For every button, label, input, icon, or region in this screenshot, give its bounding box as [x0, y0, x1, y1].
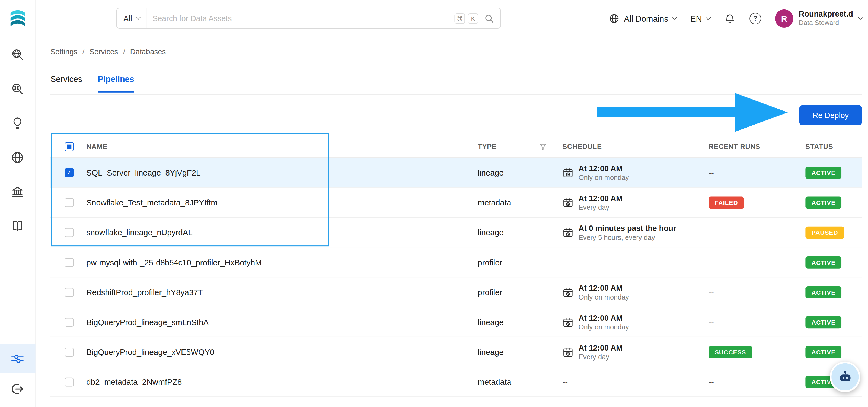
table-row[interactable]: Snowflake_Test_metadata_8JPYIftm metadat… — [51, 188, 862, 218]
avatar[interactable]: R — [775, 9, 793, 27]
app-window: All ⌘ K All Domains EN — [0, 0, 868, 407]
status-cell: PAUSED — [797, 226, 862, 239]
pipeline-name[interactable]: RedshiftProd_profiler_hY8ya37T — [86, 288, 203, 296]
pipeline-schedule-cell: At 0 minutes past the hour Every 5 hours… — [554, 223, 703, 241]
tab-pipelines[interactable]: Pipelines — [98, 74, 134, 92]
sidebar-item-glossary[interactable] — [0, 209, 35, 243]
language-dropdown[interactable]: EN — [690, 13, 710, 23]
sidebar-item-domains[interactable] — [0, 140, 35, 175]
schedule-frequency: Every 5 hours, every day — [579, 233, 676, 241]
select-all-checkbox[interactable] — [65, 142, 74, 151]
row-checkbox[interactable]: ✓ — [65, 168, 74, 177]
schedule-text: At 12:00 AM Only on monday — [579, 283, 629, 301]
calendar-clock-icon — [562, 346, 574, 357]
table-row[interactable]: ✓ SQL_Server_lineage_8YjVgF2L lineage At… — [51, 158, 862, 188]
search-input[interactable] — [147, 14, 455, 23]
search-scope-label: All — [123, 14, 132, 23]
breadcrumb-separator: / — [123, 48, 125, 56]
status-cell: ACTIVE — [797, 166, 862, 179]
breadcrumb-settings[interactable]: Settings — [51, 48, 78, 56]
status-cell: ACTIVE — [797, 286, 862, 298]
table-row[interactable]: mastrun_lineage_gBY00VKg lineage — [51, 397, 862, 407]
recent-runs-empty: -- — [709, 258, 714, 267]
sidebar-item-observability[interactable] — [0, 71, 35, 106]
pipeline-name-cell: Snowflake_Test_metadata_8JPYIftm — [82, 198, 473, 207]
chevron-down-icon[interactable] — [858, 14, 863, 20]
pipeline-schedule-cell: At 12:00 AM Only on monday — [554, 283, 703, 301]
redeploy-button[interactable]: Re Deploy — [799, 105, 862, 125]
pipeline-type: lineage — [478, 228, 503, 237]
row-select-cell — [51, 228, 82, 237]
pipeline-name[interactable]: pw-mysql-with-_25-d8b54c10_profiler_HxBo… — [86, 258, 261, 267]
recent-run-badge: SUCCESS — [709, 346, 752, 358]
column-name[interactable]: NAME — [82, 143, 473, 151]
pipeline-name-cell: pw-mysql-with-_25-d8b54c10_profiler_HxBo… — [82, 258, 473, 267]
pipeline-name[interactable]: snowflake_lineage_nUpyrdAL — [86, 228, 193, 237]
user-name: Rounakpreet.d — [799, 9, 853, 19]
pipeline-name[interactable]: db2_metadata_2NwmfPZ8 — [86, 377, 182, 386]
logo-icon — [6, 6, 29, 28]
pipeline-name[interactable]: SQL_Server_lineage_8YjVgF2L — [86, 168, 200, 177]
row-checkbox[interactable] — [65, 258, 74, 267]
breadcrumb-services[interactable]: Services — [90, 48, 118, 56]
domains-dropdown[interactable]: All Domains — [609, 13, 677, 24]
chat-widget-button[interactable] — [830, 362, 860, 392]
row-checkbox[interactable] — [65, 288, 74, 296]
search-icon[interactable] — [485, 13, 494, 23]
schedule-frequency: Every day — [579, 353, 623, 361]
sidebar-item-insights[interactable] — [0, 106, 35, 140]
sidebar-nav — [0, 37, 35, 243]
column-type[interactable]: TYPE — [473, 143, 554, 151]
pipeline-type-cell: lineage — [473, 317, 554, 326]
sidebar-item-explore[interactable] — [0, 37, 35, 72]
table-row[interactable]: BigQueryProd_lineage_smLnSthA lineage At… — [51, 307, 862, 337]
user-menu[interactable]: R Rounakpreet.d Data Steward — [775, 9, 862, 27]
row-checkbox[interactable] — [65, 317, 74, 326]
sidebar-item-logout[interactable] — [0, 373, 35, 405]
pipeline-type: metadata — [478, 198, 511, 207]
status-cell: ACTIVE — [797, 196, 862, 208]
table-row[interactable]: pw-mysql-with-_25-d8b54c10_profiler_HxBo… — [51, 247, 862, 277]
recent-runs-cell: -- — [703, 317, 797, 326]
pipeline-name[interactable]: BigQueryProd_lineage_smLnSthA — [86, 317, 209, 326]
row-select-cell — [51, 258, 82, 267]
recent-runs-cell: -- — [703, 228, 797, 237]
table-body: ✓ SQL_Server_lineage_8YjVgF2L lineage At… — [51, 158, 862, 407]
sidebar-bottom — [0, 344, 35, 407]
glossary-book-icon — [10, 219, 24, 233]
sidebar — [0, 0, 35, 407]
row-checkbox[interactable] — [65, 377, 74, 386]
schedule-time: At 12:00 AM — [579, 164, 629, 173]
pipeline-name-cell: BigQueryProd_lineage_xVE5WQY0 — [82, 348, 473, 356]
pipelines-table: NAME TYPE SCHEDULE RECENT RUNS STATUS ✓ … — [51, 136, 862, 407]
tabs: Services Pipelines — [51, 74, 134, 92]
help-icon[interactable]: ? — [749, 12, 761, 24]
tab-services[interactable]: Services — [51, 74, 82, 92]
pipeline-name-cell: db2_metadata_2NwmfPZ8 — [82, 377, 473, 386]
sidebar-item-govern[interactable] — [0, 175, 35, 209]
sidebar-item-settings[interactable] — [0, 344, 35, 373]
table-row[interactable]: db2_metadata_2NwmfPZ8 metadata -- -- ACT… — [51, 367, 862, 397]
table-row[interactable]: RedshiftProd_profiler_hY8ya37T profiler … — [51, 277, 862, 307]
pipeline-type: lineage — [478, 317, 503, 326]
table-row[interactable]: snowflake_lineage_nUpyrdAL lineage At 0 … — [51, 218, 862, 247]
row-checkbox[interactable] — [65, 198, 74, 207]
breadcrumb-databases[interactable]: Databases — [130, 48, 166, 56]
table-row[interactable]: BigQueryProd_lineage_xVE5WQY0 lineage At… — [51, 337, 862, 367]
insights-lightbulb-icon — [10, 116, 24, 130]
row-checkbox[interactable] — [65, 348, 74, 356]
search-scope-dropdown[interactable]: All — [117, 8, 147, 28]
filter-funnel-icon[interactable] — [539, 143, 547, 151]
pipeline-name[interactable]: Snowflake_Test_metadata_8JPYIftm — [86, 198, 218, 207]
schedule-frequency: Every day — [579, 204, 623, 211]
global-search[interactable]: All ⌘ K — [116, 8, 501, 29]
status-badge: ACTIVE — [805, 196, 841, 208]
status-badge: PAUSED — [805, 226, 844, 239]
notifications-bell-icon[interactable] — [724, 12, 736, 24]
pipeline-name[interactable]: BigQueryProd_lineage_xVE5WQY0 — [86, 348, 214, 356]
column-status: STATUS — [797, 143, 862, 151]
schedule-frequency: Only on monday — [579, 174, 629, 182]
row-checkbox[interactable] — [65, 228, 74, 237]
openmetadata-logo[interactable] — [6, 6, 29, 30]
pipeline-type-cell: lineage — [473, 228, 554, 237]
